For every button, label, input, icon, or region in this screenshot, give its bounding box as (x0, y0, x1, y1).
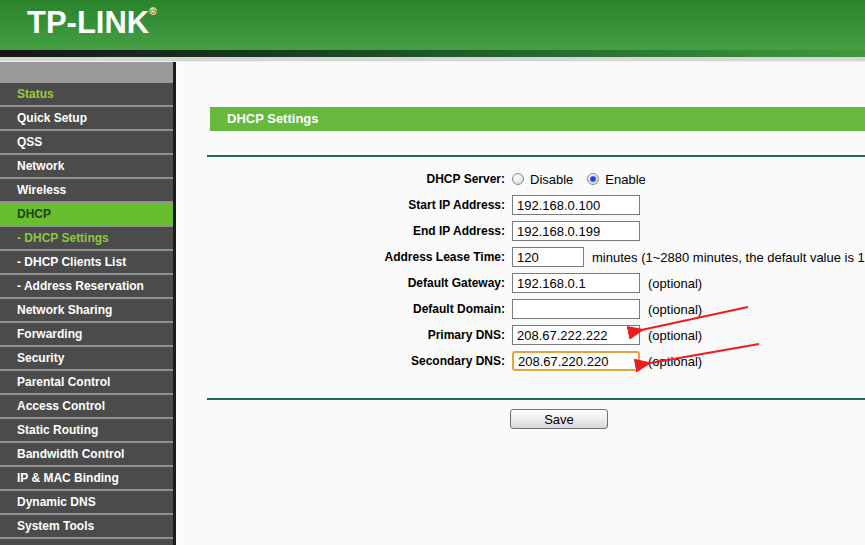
page-title: DHCP Settings (210, 107, 865, 131)
primary-dns-input[interactable] (512, 325, 640, 345)
sidebar-item-network-sharing[interactable]: Network Sharing (0, 299, 173, 321)
form-row-start-ip: Start IP Address: (179, 192, 865, 218)
default-gateway-input[interactable] (512, 273, 640, 293)
sidebar-item-dhcp-settings[interactable]: - DHCP Settings (0, 227, 173, 249)
end-ip-input[interactable] (512, 221, 640, 241)
dhcp-settings-form: DHCP Server: Disable Enable Start IP Add… (179, 166, 865, 374)
dhcp-server-enable-label: Enable (605, 172, 645, 187)
end-ip-label: End IP Address: (179, 224, 505, 238)
default-domain-hint: (optional) (648, 302, 702, 317)
dhcp-server-disable-radio[interactable] (512, 173, 524, 185)
lease-time-label: Address Lease Time: (179, 250, 505, 264)
default-domain-label: Default Domain: (179, 302, 505, 316)
sidebar-item-ip-mac-binding[interactable]: IP & MAC Binding (0, 467, 173, 489)
lease-time-hint: minutes (1~2880 minutes, the default val… (592, 250, 865, 265)
primary-dns-hint: (optional) (648, 328, 702, 343)
sidebar-item-status[interactable]: Status (0, 83, 173, 105)
secondary-dns-input[interactable] (512, 351, 640, 371)
form-row-dhcp-server: DHCP Server: Disable Enable (179, 166, 865, 192)
router-admin-page: TP-LINK® Status Quick Setup QSS Network … (0, 0, 865, 545)
tp-link-logo: TP-LINK® (27, 5, 157, 41)
registered-mark: ® (149, 6, 156, 17)
secondary-dns-hint: (optional) (648, 354, 702, 369)
header-divider-band (0, 50, 865, 57)
sidebar-filler (0, 539, 173, 545)
separator-bottom (207, 398, 865, 400)
form-row-lease-time: Address Lease Time: minutes (1~2880 minu… (179, 244, 865, 270)
form-row-primary-dns: Primary DNS: (optional) (179, 322, 865, 348)
sidebar-item-access-control[interactable]: Access Control (0, 395, 173, 417)
sidebar-top-strip (0, 62, 173, 83)
sidebar-item-parental-control[interactable]: Parental Control (0, 371, 173, 393)
sidebar-item-security[interactable]: Security (0, 347, 173, 369)
sidebar-item-network[interactable]: Network (0, 155, 173, 177)
sidebar-item-bandwidth-control[interactable]: Bandwidth Control (0, 443, 173, 465)
sidebar-item-qss[interactable]: QSS (0, 131, 173, 153)
sidebar-item-address-reservation[interactable]: - Address Reservation (0, 275, 173, 297)
sidebar-item-static-routing[interactable]: Static Routing (0, 419, 173, 441)
default-gateway-hint: (optional) (648, 276, 702, 291)
sidebar-item-system-tools[interactable]: System Tools (0, 515, 173, 537)
dhcp-server-disable-label: Disable (530, 172, 573, 187)
form-row-default-domain: Default Domain: (optional) (179, 296, 865, 322)
sidebar-item-dhcp[interactable]: DHCP (0, 203, 173, 225)
lease-time-input[interactable] (512, 247, 584, 267)
dhcp-server-enable-radio[interactable] (587, 173, 599, 185)
main-content: DHCP Settings DHCP Server: Disable Enabl… (179, 62, 865, 545)
form-row-end-ip: End IP Address: (179, 218, 865, 244)
dhcp-server-label: DHCP Server: (179, 172, 505, 186)
default-domain-input[interactable] (512, 299, 640, 319)
start-ip-input[interactable] (512, 195, 640, 215)
logo-text: TP-LINK (27, 5, 149, 40)
header-banner: TP-LINK® (0, 0, 865, 50)
sidebar-menu: Status Quick Setup QSS Network Wireless … (0, 62, 176, 545)
form-row-secondary-dns: Secondary DNS: (optional) (179, 348, 865, 374)
sidebar-item-dynamic-dns[interactable]: Dynamic DNS (0, 491, 173, 513)
save-button[interactable]: Save (510, 409, 608, 429)
start-ip-label: Start IP Address: (179, 198, 505, 212)
sidebar-item-quick-setup[interactable]: Quick Setup (0, 107, 173, 129)
primary-dns-label: Primary DNS: (179, 328, 505, 342)
secondary-dns-label: Secondary DNS: (179, 354, 505, 368)
form-row-default-gateway: Default Gateway: (optional) (179, 270, 865, 296)
sidebar-item-forwarding[interactable]: Forwarding (0, 323, 173, 345)
default-gateway-label: Default Gateway: (179, 276, 505, 290)
sidebar-item-wireless[interactable]: Wireless (0, 179, 173, 201)
sidebar-item-dhcp-clients-list[interactable]: - DHCP Clients List (0, 251, 173, 273)
separator-top (207, 155, 865, 157)
